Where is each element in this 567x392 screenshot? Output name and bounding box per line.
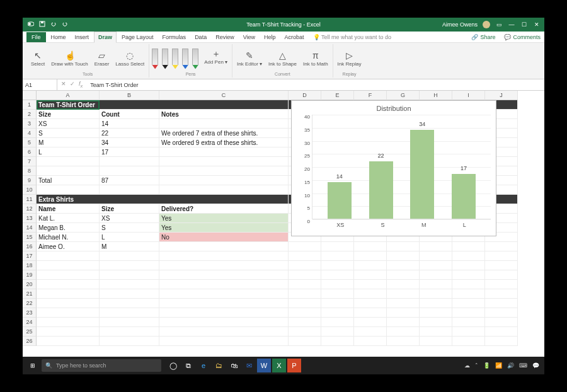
row-header[interactable]: 18: [23, 261, 37, 270]
fx-icon[interactable]: fx: [79, 81, 83, 89]
cell[interactable]: [452, 242, 485, 251]
cell[interactable]: [100, 318, 159, 327]
cell[interactable]: [354, 242, 387, 251]
cell[interactable]: [485, 289, 518, 299]
cell[interactable]: [289, 280, 321, 289]
cell[interactable]: [159, 289, 289, 299]
cell[interactable]: [452, 327, 485, 337]
cell[interactable]: We ordered 7 extra of these shirts.: [159, 129, 289, 138]
action-center-icon[interactable]: 💬: [532, 362, 539, 369]
cell[interactable]: [354, 299, 387, 308]
redo-icon[interactable]: [62, 21, 68, 28]
cell[interactable]: [37, 251, 100, 261]
cell[interactable]: 22: [100, 129, 159, 138]
row-header[interactable]: 22: [23, 299, 37, 308]
col-I[interactable]: I: [452, 91, 485, 100]
cell[interactable]: [321, 242, 354, 251]
cell[interactable]: [159, 308, 289, 318]
cell[interactable]: [159, 270, 289, 280]
cell[interactable]: [100, 166, 159, 176]
ink-editor-button[interactable]: ✎Ink Editor ▾: [235, 49, 264, 68]
cell[interactable]: Megan B.: [37, 223, 100, 233]
cell[interactable]: [289, 289, 321, 299]
battery-icon[interactable]: 🔋: [483, 362, 490, 369]
cell[interactable]: [387, 251, 420, 261]
cell[interactable]: [37, 318, 100, 327]
cell[interactable]: [159, 166, 289, 176]
eraser-button[interactable]: ▱Eraser: [93, 49, 112, 68]
cell[interactable]: [387, 242, 420, 251]
chart-bar[interactable]: 17: [452, 174, 476, 219]
col-D[interactable]: D: [289, 91, 321, 100]
cell[interactable]: [485, 327, 518, 337]
maximize-icon[interactable]: ☐: [520, 21, 528, 28]
worksheet[interactable]: A B C D E F G H I J 12345678910111213141…: [23, 91, 544, 363]
tab-home[interactable]: Home: [47, 32, 70, 42]
cell[interactable]: Kat L.: [37, 214, 100, 223]
edge-icon[interactable]: e: [197, 359, 210, 372]
col-E[interactable]: E: [321, 91, 354, 100]
cell[interactable]: [452, 251, 485, 261]
cell[interactable]: [452, 299, 485, 308]
cell[interactable]: [420, 242, 452, 251]
cell[interactable]: Team T-Shirt Order: [37, 100, 289, 110]
cell[interactable]: [37, 166, 100, 176]
chart-bar[interactable]: 34: [410, 130, 434, 219]
cell[interactable]: [387, 270, 420, 280]
cell[interactable]: [387, 289, 420, 299]
cell[interactable]: [159, 251, 289, 261]
cell[interactable]: [37, 185, 100, 195]
cell[interactable]: [37, 308, 100, 318]
cell[interactable]: Aimee O.: [37, 242, 100, 251]
cell[interactable]: [159, 337, 289, 346]
cell[interactable]: [321, 289, 354, 299]
comments-button[interactable]: 💬 Comments: [500, 32, 544, 42]
cell[interactable]: [37, 337, 100, 346]
cell[interactable]: Name: [37, 204, 100, 214]
cell[interactable]: [354, 308, 387, 318]
row-header[interactable]: 5: [23, 138, 37, 147]
cell[interactable]: [387, 299, 420, 308]
row-header[interactable]: 9: [23, 176, 37, 185]
cell[interactable]: [420, 308, 452, 318]
file-explorer-icon[interactable]: 🗂: [212, 359, 226, 372]
cell[interactable]: [485, 318, 518, 327]
cell[interactable]: [37, 270, 100, 280]
col-G[interactable]: G: [387, 91, 420, 100]
undo-icon[interactable]: [50, 21, 57, 28]
cell[interactable]: [100, 270, 159, 280]
tab-review[interactable]: Review: [212, 32, 238, 42]
autosave-toggle[interactable]: [28, 21, 34, 28]
cell[interactable]: [452, 270, 485, 280]
cell[interactable]: [485, 299, 518, 308]
taskbar-search[interactable]: 🔍 Type here to search: [42, 359, 161, 372]
cell[interactable]: [159, 318, 289, 327]
col-J[interactable]: J: [485, 91, 518, 100]
cell[interactable]: [100, 157, 159, 166]
cell[interactable]: [321, 308, 354, 318]
chart-bar[interactable]: 14: [328, 182, 352, 219]
tab-pagelayout[interactable]: Page Layout: [118, 32, 158, 42]
cell[interactable]: 34: [100, 138, 159, 147]
tab-file[interactable]: File: [26, 32, 46, 42]
cell[interactable]: [387, 280, 420, 289]
cell[interactable]: [420, 261, 452, 270]
start-button[interactable]: ⊞: [25, 362, 40, 369]
row-header[interactable]: 10: [23, 185, 37, 195]
cell[interactable]: XS: [37, 119, 100, 129]
cell[interactable]: [159, 261, 289, 270]
cell[interactable]: [321, 299, 354, 308]
cell[interactable]: [452, 280, 485, 289]
cell[interactable]: [321, 261, 354, 270]
cell[interactable]: [37, 261, 100, 270]
word-icon[interactable]: W: [257, 359, 271, 372]
cell[interactable]: [420, 251, 452, 261]
row-header[interactable]: 15: [23, 233, 37, 242]
tab-draw[interactable]: Draw: [94, 32, 117, 43]
cell[interactable]: [354, 261, 387, 270]
row-header[interactable]: 23: [23, 308, 37, 318]
cell[interactable]: [452, 308, 485, 318]
cell[interactable]: [420, 270, 452, 280]
tab-acrobat[interactable]: Acrobat: [281, 32, 308, 42]
cell[interactable]: [354, 270, 387, 280]
